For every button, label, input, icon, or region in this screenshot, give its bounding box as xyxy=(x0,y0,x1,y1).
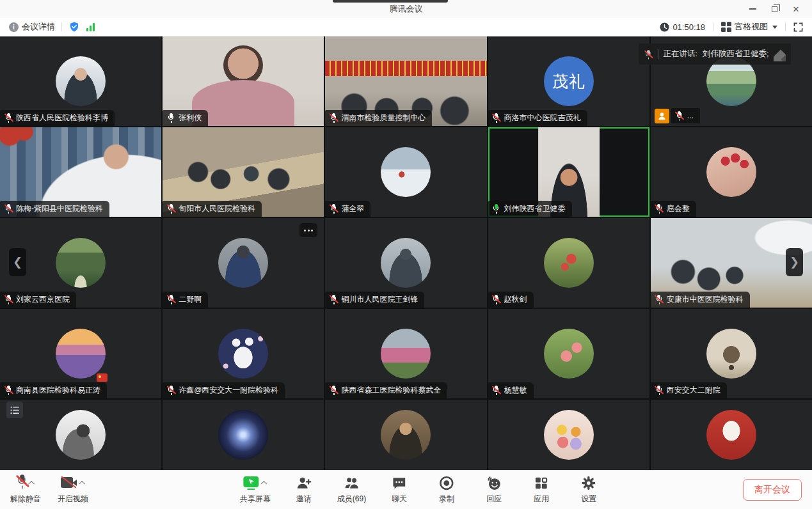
mic-muted-icon xyxy=(329,113,338,123)
participant-name-label: 赵秋剑 xyxy=(488,292,534,308)
fullscreen-icon[interactable] xyxy=(793,22,803,32)
participant-tile[interactable]: 茂礼 商洛市中心医院吉茂礼 xyxy=(488,36,649,126)
camera-off-icon xyxy=(61,477,77,488)
unmute-button[interactable]: 解除静音 xyxy=(10,475,41,505)
mic-muted-icon xyxy=(655,386,664,396)
avatar xyxy=(381,238,431,288)
participant-name-label: 陈梅-紫阳县中医院检验科 xyxy=(0,201,109,217)
participant-name-label: 扈会整 xyxy=(651,201,696,217)
invite-button[interactable]: 邀请 xyxy=(290,475,318,505)
participant-tile[interactable]: 杨慧敏 xyxy=(488,309,649,398)
participant-tile[interactable] xyxy=(325,400,486,470)
speaking-prefix: 正在讲话: xyxy=(663,49,697,59)
mic-muted-icon xyxy=(655,295,664,305)
participant-name-label: 二野啊 xyxy=(163,292,208,308)
participant-name: 许鑫@西安交大一附院检验科 xyxy=(179,385,278,396)
participant-tile[interactable]: 渭南市检验质量控制中心 xyxy=(325,36,486,126)
members-label: 成员(69) xyxy=(337,494,366,505)
participant-name: 商南县医院检验科易正涛 xyxy=(16,385,100,396)
members-button[interactable]: 成员(69) xyxy=(337,475,366,505)
participant-tile[interactable]: 陕西省人民医院检验科李博 xyxy=(0,36,161,126)
avatar xyxy=(381,410,431,460)
avatar-initials: 茂礼 xyxy=(552,71,585,92)
meeting-duration: 01:50:18 xyxy=(660,22,705,32)
leave-meeting-button[interactable]: 离开会议 xyxy=(743,479,802,501)
decorative-logo xyxy=(774,47,786,61)
participant-name: 蒲全翠 xyxy=(341,203,364,214)
participant-tile[interactable]: 陈梅-紫阳县中医院检验科 xyxy=(0,127,161,217)
mic-muted-icon xyxy=(4,113,13,123)
mic-muted-icon xyxy=(4,295,13,305)
participant-tile[interactable]: 扈会整 xyxy=(651,127,812,217)
previous-page-arrow[interactable]: ❮ xyxy=(9,248,26,276)
invite-person-icon xyxy=(296,475,312,491)
record-button[interactable]: 录制 xyxy=(433,475,461,505)
divider xyxy=(713,22,713,31)
participant-name-label: ... xyxy=(655,108,700,123)
participant-tile[interactable]: 旬阳市人民医院检验科 xyxy=(163,127,324,217)
participant-name: 陕西省人民医院检验科李博 xyxy=(16,113,108,123)
list-icon xyxy=(10,406,20,414)
reactions-button[interactable]: 回应 xyxy=(480,475,508,505)
participant-tile[interactable] xyxy=(163,400,324,470)
avatar xyxy=(218,329,268,379)
avatar xyxy=(544,410,594,460)
invite-label: 邀请 xyxy=(296,494,312,505)
participant-name: ... xyxy=(687,111,694,120)
mic-muted-icon xyxy=(166,295,175,305)
window-titlebar: 腾讯会议 ✕ xyxy=(0,0,812,18)
close-button[interactable]: ✕ xyxy=(785,0,807,18)
apps-label: 应用 xyxy=(534,494,549,505)
participant-tile[interactable]: 西安交大二附院 xyxy=(651,309,812,398)
minimize-button[interactable] xyxy=(742,0,763,18)
mic-muted-icon xyxy=(492,386,501,396)
participant-name-label: 渭南市检验质量控制中心 xyxy=(325,110,432,126)
participant-tile[interactable]: 铜川市人民医院王剑锋 xyxy=(325,218,486,308)
restore-button[interactable] xyxy=(763,0,785,18)
participant-tile[interactable]: 赵秋剑 xyxy=(488,218,649,308)
participant-name: 扈会整 xyxy=(667,203,690,214)
participant-tile[interactable] xyxy=(0,400,161,470)
mic-muted-icon xyxy=(675,111,684,121)
participant-tile[interactable] xyxy=(488,400,649,470)
member-badge-icon xyxy=(655,109,669,123)
next-page-arrow[interactable]: ❯ xyxy=(786,248,803,276)
start-video-button[interactable]: 开启视频 xyxy=(58,475,88,505)
share-screen-button[interactable]: 共享屏幕 xyxy=(240,475,271,505)
participant-name: 安康市中医医院检验科 xyxy=(667,294,744,305)
participant-tile[interactable]: 陕西省森工医院检验科蔡武全 xyxy=(325,309,486,398)
participant-name: 赵秋剑 xyxy=(504,294,527,305)
settings-label: 设置 xyxy=(581,494,596,505)
apps-grid-icon xyxy=(534,475,550,491)
participant-name-label: 刘家云西京医院 xyxy=(0,292,76,308)
mic-muted-icon xyxy=(329,295,338,305)
avatar xyxy=(381,147,431,197)
participant-tile[interactable]: 许鑫@西安交大一附院检验科 xyxy=(163,309,324,398)
participant-list-toggle[interactable] xyxy=(6,402,23,418)
security-shield-icon[interactable] xyxy=(68,21,80,33)
participant-tile[interactable]: 二野啊 xyxy=(163,218,324,308)
participant-tile-active-speaker[interactable]: 刘伟陕西省卫健委 xyxy=(488,127,649,217)
view-mode-selector[interactable]: 宫格视图 xyxy=(721,21,777,33)
flag-badge-icon xyxy=(97,373,107,382)
network-signal-icon[interactable] xyxy=(86,23,95,31)
tile-more-options-button[interactable] xyxy=(299,223,317,237)
chat-button[interactable]: 聊天 xyxy=(385,475,413,505)
avatar xyxy=(706,410,756,460)
chevron-up-icon[interactable] xyxy=(260,481,267,487)
settings-button[interactable]: 设置 xyxy=(575,475,603,505)
participant-tile[interactable]: 蒲全翠 xyxy=(325,127,486,217)
record-icon xyxy=(439,475,455,491)
meeting-details-button[interactable]: i 会议详情 xyxy=(9,21,55,33)
participant-tile[interactable]: 商南县医院检验科易正涛 xyxy=(0,309,161,398)
participant-tile[interactable] xyxy=(651,400,812,470)
reaction-smiley-icon xyxy=(486,475,502,491)
participant-name: 商洛市中心医院吉茂礼 xyxy=(504,113,581,123)
mic-muted-icon xyxy=(166,386,175,396)
participant-tile[interactable]: 张利侠 xyxy=(163,36,324,126)
chevron-up-icon[interactable] xyxy=(79,481,85,487)
mic-muted-icon xyxy=(4,386,13,396)
avatar xyxy=(706,329,756,379)
apps-button[interactable]: 应用 xyxy=(527,475,555,505)
participant-name: 陕西省森工医院检验科蔡武全 xyxy=(341,385,441,396)
